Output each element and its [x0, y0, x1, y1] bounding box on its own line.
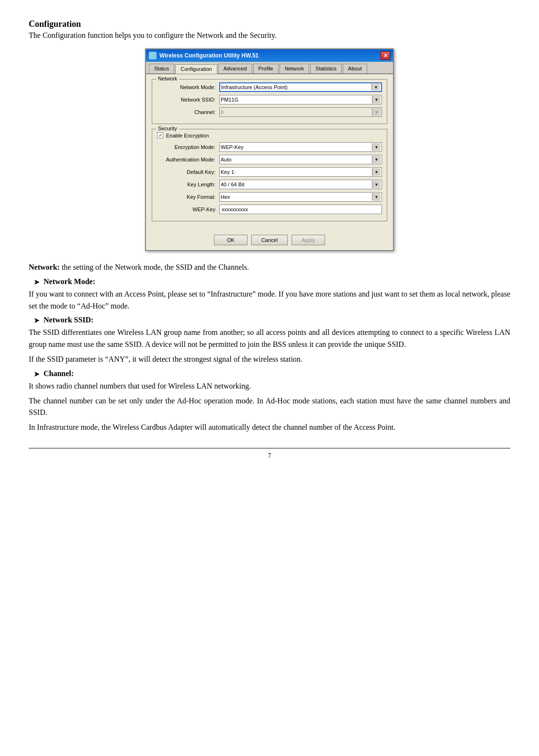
tab-advanced[interactable]: Advanced: [218, 64, 252, 73]
tab-statistics[interactable]: Statistics: [310, 64, 342, 73]
close-button[interactable]: ✕: [381, 51, 390, 60]
network-mode-bullet: ➤ Network Mode:: [34, 277, 510, 286]
key-length-label: Key Length:: [157, 182, 219, 187]
encryption-mode-value: WEP-Key: [221, 144, 372, 150]
network-section: Network Network Mode: Infrastructure (Ac…: [152, 79, 387, 124]
dialog-body: Network Network Mode: Infrastructure (Ac…: [146, 74, 393, 231]
network-ssid-body2: If the SSID parameter is “ANY”, it will …: [29, 354, 510, 366]
key-length-value: 40 / 64 Bit: [221, 182, 372, 187]
network-mode-row: Network Mode: Infrastructure (Access Poi…: [157, 82, 382, 92]
encryption-mode-label: Encryption Mode:: [157, 144, 219, 150]
encryption-mode-select[interactable]: WEP-Key ▼: [219, 142, 382, 152]
network-bold-label: Network:: [29, 263, 60, 271]
channel-select: 8 ▼: [219, 107, 382, 117]
network-ssid-arrow[interactable]: ▼: [372, 96, 381, 103]
auth-mode-arrow[interactable]: ▼: [372, 156, 381, 163]
network-mode-select[interactable]: Infrastructure (Access Point) ▼: [219, 82, 382, 92]
network-mode-value: Infrastructure (Access Point): [221, 84, 371, 90]
dialog-title: Wireless Configuration Utility HW.51: [159, 52, 258, 59]
tab-status[interactable]: Status: [149, 64, 174, 73]
network-mode-heading: Network Mode:: [44, 277, 95, 286]
default-key-value: Key 1:: [221, 169, 372, 175]
dialog-wrapper: Wireless Configuration Utility HW.51 ✕ S…: [29, 48, 510, 251]
default-key-row: Default Key: Key 1: ▼: [157, 167, 382, 177]
tab-configuration[interactable]: Configuration: [175, 64, 217, 74]
tab-profile[interactable]: Profile: [253, 64, 279, 73]
network-heading-text: Network: the setting of the Network mode…: [29, 262, 510, 274]
network-mode-label: Network Mode:: [157, 84, 219, 90]
key-format-label: Key Format:: [157, 194, 219, 200]
wep-key-label: WEP-Key: [157, 206, 219, 212]
network-ssid-bullet: ➤ Network SSID:: [34, 316, 510, 325]
network-ssid-body1: The SSID differentiates one Wireless LAN…: [29, 327, 510, 351]
key-format-select[interactable]: Hex ▼: [219, 192, 382, 202]
channel-label: Channel:: [157, 109, 219, 115]
page-number: 7: [268, 452, 271, 459]
channel-heading: Channel:: [44, 369, 74, 378]
app-icon: [149, 52, 157, 59]
network-mode-arrow[interactable]: ▼: [371, 84, 380, 91]
auth-mode-select[interactable]: Auto ▼: [219, 155, 382, 164]
apply-button[interactable]: Apply: [292, 235, 325, 245]
network-ssid-value: PM11G: [221, 97, 372, 103]
key-format-arrow[interactable]: ▼: [372, 193, 381, 201]
network-intro: the setting of the Network mode, the SSI…: [62, 263, 249, 271]
bullet-arrow-2: ➤: [34, 316, 40, 325]
key-format-value: Hex: [221, 194, 372, 200]
channel-bullet: ➤ Channel:: [34, 369, 510, 378]
network-ssid-label: Network SSID:: [157, 97, 219, 103]
channel-body2: The channel number can be set only under…: [29, 395, 510, 419]
wireless-config-dialog: Wireless Configuration Utility HW.51 ✕ S…: [145, 48, 394, 251]
key-length-arrow[interactable]: ▼: [372, 181, 381, 188]
channel-arrow: ▼: [372, 108, 381, 116]
channel-body3: In Infrastructure mode, the Wireless Car…: [29, 422, 510, 434]
default-key-select[interactable]: Key 1: ▼: [219, 167, 382, 177]
network-ssid-row: Network SSID: PM11G ▼: [157, 95, 382, 104]
titlebar-text: Wireless Configuration Utility HW.51: [149, 52, 258, 59]
security-section: Security ✓ Enable Encryption Encryption …: [152, 129, 387, 221]
default-key-label: Default Key:: [157, 169, 219, 175]
tab-bar: Status Configuration Advanced Profile Ne…: [146, 62, 393, 74]
bullet-arrow-3: ➤: [34, 369, 40, 378]
key-length-row: Key Length: 40 / 64 Bit ▼: [157, 180, 382, 189]
page-title: Configuration: [29, 19, 510, 29]
intro-text: The Configuration function helps you to …: [29, 31, 510, 40]
auth-mode-row: Authentication Mode: Auto ▼: [157, 155, 382, 164]
auth-mode-value: Auto: [221, 157, 372, 162]
tab-network[interactable]: Network: [280, 64, 309, 73]
network-mode-body: If you want to connect with an Access Po…: [29, 288, 510, 312]
network-legend: Network: [156, 76, 179, 81]
key-length-select[interactable]: 40 / 64 Bit ▼: [219, 180, 382, 189]
cancel-button[interactable]: Cancel: [251, 235, 288, 245]
key-format-row: Key Format: Hex ▼: [157, 192, 382, 202]
dialog-footer: OK Cancel Apply: [146, 231, 393, 250]
enable-encryption-label: Enable Encryption: [166, 133, 209, 138]
network-ssid-select[interactable]: PM11G ▼: [219, 95, 382, 104]
channel-row: Channel: 8 ▼: [157, 107, 382, 117]
channel-body1: It shows radio channel numbers that used…: [29, 380, 510, 392]
dialog-titlebar: Wireless Configuration Utility HW.51 ✕: [146, 49, 393, 62]
default-key-arrow[interactable]: ▼: [372, 168, 381, 176]
ok-button[interactable]: OK: [214, 235, 247, 245]
enable-encryption-row: ✓ Enable Encryption: [157, 132, 382, 138]
bullet-arrow-1: ➤: [34, 277, 40, 286]
tab-about[interactable]: About: [343, 64, 367, 73]
enable-encryption-checkbox[interactable]: ✓: [157, 132, 163, 138]
auth-mode-label: Authentication Mode:: [157, 157, 219, 162]
wep-key-row: WEP-Key: [157, 205, 382, 214]
encryption-mode-arrow[interactable]: ▼: [372, 143, 381, 151]
network-ssid-heading: Network SSID:: [44, 316, 93, 324]
wep-key-input[interactable]: [219, 205, 382, 214]
channel-value: 8: [221, 109, 372, 115]
page-footer: 7: [29, 448, 510, 460]
encryption-mode-row: Encryption Mode: WEP-Key ▼: [157, 142, 382, 152]
security-legend: Security: [156, 126, 179, 131]
